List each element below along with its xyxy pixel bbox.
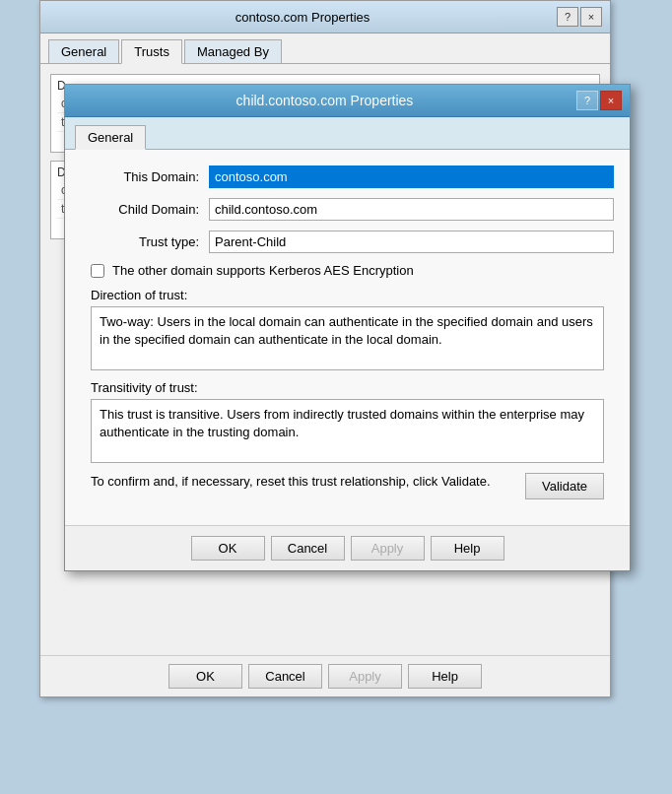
child-domain-label: Child Domain: [81, 202, 209, 217]
child-domain-row: Child Domain: child.contoso.com [81, 198, 614, 221]
this-domain-row: This Domain: contoso.com [81, 165, 614, 188]
trust-type-row: Trust type: Parent-Child [81, 231, 614, 253]
kerberos-checkbox[interactable] [91, 264, 104, 278]
fg-window-title: child.contoso.com Properties [73, 93, 576, 108]
fg-help-btn[interactable]: Help [431, 536, 504, 561]
validate-button[interactable]: Validate [525, 473, 604, 499]
kerberos-checkbox-row: The other domain supports Kerberos AES E… [81, 263, 614, 278]
transitivity-label: Transitivity of trust: [81, 380, 614, 395]
kerberos-checkbox-label: The other domain supports Kerberos AES E… [112, 263, 414, 278]
fg-tabs-bar: General [65, 117, 630, 150]
child-domain-input[interactable]: child.contoso.com [209, 198, 614, 221]
this-domain-label: This Domain: [81, 169, 209, 184]
fg-title-bar: child.contoso.com Properties ? × [65, 85, 630, 117]
bg-tab-general[interactable]: General [48, 39, 119, 63]
validate-row: To confirm and, if necessary, reset this… [91, 473, 604, 499]
fg-close-button[interactable]: × [600, 91, 622, 110]
fg-window: child.contoso.com Properties ? × General… [64, 84, 631, 571]
fg-cancel-button[interactable]: Cancel [271, 536, 345, 561]
fg-dialog-buttons: OK Cancel Apply Help [65, 525, 630, 570]
trust-type-input[interactable]: Parent-Child [209, 231, 614, 253]
fg-ok-button[interactable]: OK [191, 536, 265, 561]
bg-dialog-buttons: OK Cancel Apply Help [40, 655, 610, 696]
direction-label: Direction of trust: [81, 288, 614, 302]
trust-type-label: Trust type: [81, 234, 209, 249]
fg-window-controls: ? × [576, 91, 622, 110]
bg-close-button[interactable]: × [580, 7, 602, 27]
fg-help-button[interactable]: ? [576, 91, 598, 110]
bg-window-title: contoso.com Properties [48, 10, 557, 25]
bg-tab-managed-by[interactable]: Managed By [184, 39, 282, 63]
bg-help-btn[interactable]: Help [408, 664, 482, 689]
fg-apply-button[interactable]: Apply [351, 536, 425, 561]
bg-apply-button[interactable]: Apply [328, 664, 402, 689]
bg-tabs-bar: General Trusts Managed By [40, 33, 610, 64]
bg-title-bar: contoso.com Properties ? × [40, 1, 610, 33]
this-domain-input[interactable]: contoso.com [209, 165, 614, 188]
bg-help-button[interactable]: ? [557, 7, 578, 27]
bg-window-controls: ? × [557, 7, 602, 27]
bg-tab-trusts[interactable]: Trusts [121, 39, 182, 64]
direction-text-box: Two-way: Users in the local domain can a… [91, 306, 604, 370]
bg-ok-button[interactable]: OK [168, 664, 242, 689]
transitivity-text-box: This trust is transitive. Users from ind… [91, 399, 604, 463]
fg-content-area: This Domain: contoso.com Child Domain: c… [65, 150, 630, 525]
bg-cancel-button[interactable]: Cancel [248, 664, 322, 689]
validate-text: To confirm and, if necessary, reset this… [91, 473, 509, 491]
fg-tab-general[interactable]: General [75, 125, 146, 150]
